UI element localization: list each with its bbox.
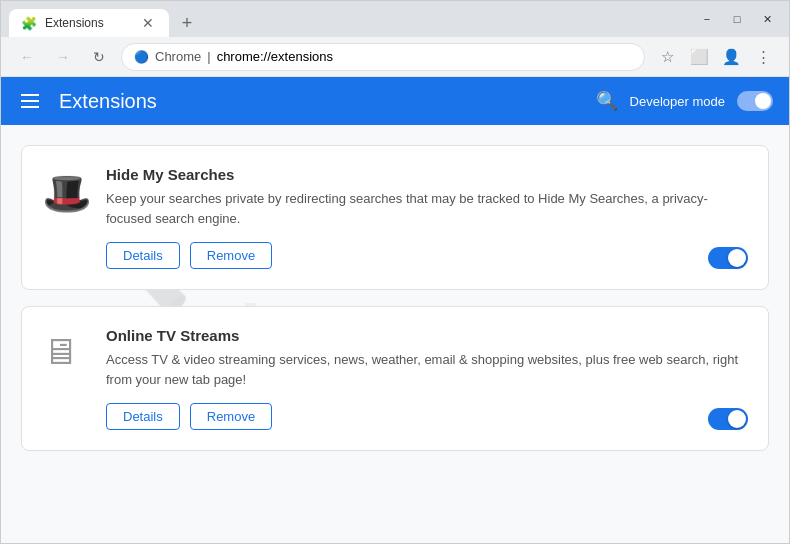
extension-name: Hide My Searches <box>106 166 748 183</box>
refresh-button[interactable]: ↻ <box>85 43 113 71</box>
extension-description: Keep your searches private by redirectin… <box>106 189 748 228</box>
site-label: Chrome <box>155 49 201 64</box>
extension-hat-icon: 🎩 <box>42 170 92 217</box>
close-button[interactable]: ✕ <box>753 9 781 29</box>
address-bar: ← → ↻ 🔵 Chrome | chrome://extensions ☆ ⬜… <box>1 37 789 77</box>
title-bar: 🧩 Extensions ✕ + − □ ✕ <box>1 1 789 37</box>
extension-icon-area-2: 🖥 <box>42 327 90 430</box>
new-tab-button[interactable]: + <box>173 9 201 37</box>
hamburger-menu-button[interactable] <box>17 90 43 112</box>
enable-toggle-online-tv-streams[interactable] <box>708 408 748 430</box>
developer-mode-label: Developer mode <box>630 94 725 109</box>
profile-icon[interactable]: 👤 <box>717 43 745 71</box>
extension-toggle-area <box>708 247 748 269</box>
extension-toggle-area-2 <box>708 408 748 430</box>
extension-actions-2: Details Remove <box>106 403 748 430</box>
extensions-header: Extensions 🔍 Developer mode <box>1 77 789 125</box>
url-text: chrome://extensions <box>217 49 333 64</box>
cast-icon[interactable]: ⬜ <box>685 43 713 71</box>
extension-name-2: Online TV Streams <box>106 327 748 344</box>
details-button-hide-my-searches[interactable]: Details <box>106 242 180 269</box>
maximize-button[interactable]: □ <box>723 9 751 29</box>
remove-button-hide-my-searches[interactable]: Remove <box>190 242 272 269</box>
extension-description-2: Access TV & video streaming services, ne… <box>106 350 748 389</box>
extension-info: Hide My Searches Keep your searches priv… <box>106 166 748 269</box>
details-button-online-tv-streams[interactable]: Details <box>106 403 180 430</box>
active-tab[interactable]: 🧩 Extensions ✕ <box>9 9 169 37</box>
browser-window: 🧩 Extensions ✕ + − □ ✕ ← → ↻ 🔵 Chrome | … <box>0 0 790 544</box>
extensions-title: Extensions <box>59 90 580 113</box>
developer-mode-toggle[interactable] <box>737 91 773 111</box>
extension-card-online-tv-streams: 🖥 Online TV Streams Access TV & video st… <box>21 306 769 451</box>
url-bar[interactable]: 🔵 Chrome | chrome://extensions <box>121 43 645 71</box>
extension-info-2: Online TV Streams Access TV & video stre… <box>106 327 748 430</box>
extension-actions: Details Remove <box>106 242 748 269</box>
toolbar-icons: ☆ ⬜ 👤 ⋮ <box>653 43 777 71</box>
extensions-content: 🔍 risca.com 🎩 Hide My Searches Keep your… <box>1 125 789 543</box>
extensions-page: Extensions 🔍 Developer mode 🔍 risca.com … <box>1 77 789 543</box>
extension-card-inner: 🎩 Hide My Searches Keep your searches pr… <box>42 166 748 269</box>
search-icon[interactable]: 🔍 <box>596 90 618 112</box>
extension-card-hide-my-searches: 🎩 Hide My Searches Keep your searches pr… <box>21 145 769 290</box>
url-separator: | <box>207 49 210 64</box>
site-icon: 🔵 <box>134 50 149 64</box>
window-controls: − □ ✕ <box>693 9 781 29</box>
bookmark-icon[interactable]: ☆ <box>653 43 681 71</box>
menu-icon[interactable]: ⋮ <box>749 43 777 71</box>
hamburger-line-1 <box>21 94 39 96</box>
tab-close-button[interactable]: ✕ <box>139 14 157 32</box>
hamburger-line-2 <box>21 100 39 102</box>
extension-monitor-icon: 🖥 <box>42 331 78 373</box>
tab-extension-icon: 🧩 <box>21 16 37 31</box>
remove-button-online-tv-streams[interactable]: Remove <box>190 403 272 430</box>
forward-button[interactable]: → <box>49 43 77 71</box>
hamburger-line-3 <box>21 106 39 108</box>
extension-card-inner-2: 🖥 Online TV Streams Access TV & video st… <box>42 327 748 430</box>
tab-title: Extensions <box>45 16 131 30</box>
back-button[interactable]: ← <box>13 43 41 71</box>
minimize-button[interactable]: − <box>693 9 721 29</box>
tab-area: 🧩 Extensions ✕ + <box>9 1 689 37</box>
enable-toggle-hide-my-searches[interactable] <box>708 247 748 269</box>
extension-icon-area: 🎩 <box>42 166 90 269</box>
header-right: 🔍 Developer mode <box>596 90 773 112</box>
